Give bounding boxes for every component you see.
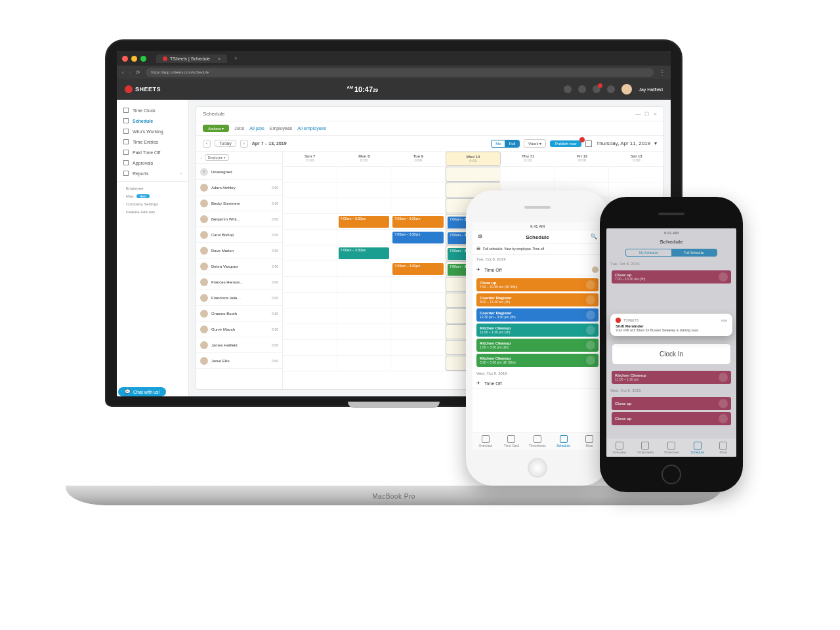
shift-block[interactable]: 7:00am – 3:30pm	[339, 247, 390, 259]
schedule-cell[interactable]	[283, 261, 337, 276]
schedule-cell[interactable]	[283, 245, 337, 261]
employee-row[interactable]: Dave Marion0:00	[196, 243, 282, 259]
filter-all-jobs[interactable]: All jobs	[249, 126, 264, 131]
schedule-cell[interactable]	[391, 308, 446, 324]
employee-row[interactable]: Frances Hemsw…0:00	[196, 274, 282, 290]
schedule-cell[interactable]	[446, 167, 501, 182]
url-bar[interactable]: https://app.tsheets.com/schedule	[146, 68, 654, 77]
chat-widget[interactable]: 💬 Chat with us!	[118, 387, 166, 396]
seg-me[interactable]: Me	[492, 140, 505, 147]
employee-row[interactable]: Francisca Vela…0:00	[196, 290, 282, 306]
tab-schedule[interactable]: Schedule	[551, 432, 577, 450]
sidebar-item-time-entries[interactable]: Time Entries	[117, 136, 188, 147]
schedule-cell[interactable]: 7:00am – 3:30pm	[391, 261, 446, 276]
schedule-cell[interactable]	[283, 214, 337, 229]
filter-bar[interactable]: ☰ Full schedule. View by employee. Time …	[472, 243, 602, 255]
app-logo[interactable]: SHEETS	[125, 85, 161, 93]
filter-all-employees[interactable]: All employees	[297, 126, 326, 131]
employee-row[interactable]: Adam Atchley0:00	[196, 180, 282, 196]
employee-row[interactable]: Gurvir Mauch0:00	[196, 322, 282, 337]
shift-card[interactable]: Close up	[612, 397, 731, 410]
apps-icon[interactable]	[607, 85, 615, 93]
schedule-cell[interactable]	[609, 182, 663, 198]
forward-icon[interactable]: ›	[129, 70, 131, 75]
schedule-cell[interactable]	[283, 308, 337, 324]
shift-block[interactable]: 7:00am – 3:30pm	[339, 216, 390, 228]
traffic-light-min[interactable]	[131, 56, 137, 62]
schedule-cell[interactable]	[337, 356, 392, 371]
shift-block[interactable]: 7:00am – 3:30pm	[392, 232, 444, 243]
user-avatar[interactable]	[621, 84, 632, 94]
sidebar-item-approvals[interactable]: Approvals	[117, 158, 188, 168]
panel-minimize-icon[interactable]: —	[635, 111, 640, 117]
schedule-cell[interactable]	[337, 340, 392, 355]
home-button[interactable]	[528, 458, 547, 478]
employee-row[interactable]: James Hatfield0:00	[196, 337, 282, 353]
schedule-cell[interactable]	[283, 293, 337, 308]
panel-maximize-icon[interactable]: ▢	[644, 111, 650, 117]
reload-icon[interactable]: ⟳	[136, 70, 140, 75]
browser-menu-icon[interactable]: ⋮	[659, 69, 665, 76]
tab-timesheets[interactable]: Timesheets	[524, 432, 551, 450]
timeoff-row-2[interactable]: ✈ Time Off	[472, 378, 602, 389]
granularity-select[interactable]: Week ▾	[524, 139, 546, 148]
schedule-cell[interactable]	[283, 356, 337, 371]
schedule-cell[interactable]	[391, 324, 446, 339]
shift-card[interactable]: Counter Register8:00 – 11:30 am (3h)	[476, 293, 598, 306]
tab-more[interactable]: More	[710, 439, 736, 457]
tab-timesheets[interactable]: Timesheets	[633, 439, 659, 457]
schedule-cell[interactable]	[609, 167, 663, 182]
schedule-cell[interactable]	[283, 182, 337, 198]
schedule-cell[interactable]: 7:00am – 3:30pm	[337, 214, 392, 229]
schedule-cell[interactable]	[337, 293, 392, 308]
schedule-cell[interactable]	[501, 167, 555, 182]
seg-my-schedule[interactable]: My Schedule	[626, 249, 671, 256]
tab-close-icon[interactable]: ×	[218, 56, 220, 61]
schedule-cell[interactable]	[337, 277, 392, 292]
notifications-icon[interactable]	[593, 85, 600, 93]
schedule-cell[interactable]	[283, 167, 337, 182]
traffic-light-close[interactable]	[122, 56, 128, 62]
unassigned-row[interactable]: ? Unassigned	[196, 164, 282, 180]
schedule-cell[interactable]	[283, 340, 337, 355]
shift-block[interactable]: 7:00am – 3:30pm	[392, 216, 444, 228]
employee-row[interactable]: Debra Vasquez0:00	[196, 259, 282, 274]
schedule-cell[interactable]	[391, 167, 446, 182]
seg-full[interactable]: Full	[505, 140, 519, 147]
schedule-cell[interactable]	[337, 167, 392, 182]
push-notification[interactable]: TSHEETSnow Shift Reminder Your shift at …	[610, 314, 732, 336]
browser-tab[interactable]: TSheets | Schedule ×	[156, 54, 227, 63]
schedule-cell[interactable]	[283, 277, 337, 292]
schedule-cell[interactable]: 7:00am – 3:30pm	[337, 245, 392, 261]
schedule-cell[interactable]	[337, 308, 392, 324]
schedule-cell[interactable]	[391, 356, 446, 371]
schedule-scope-toggle[interactable]: My Schedule Full Schedule	[625, 249, 717, 257]
today-button[interactable]: Today	[215, 140, 236, 147]
actions-button[interactable]: Actions ▾	[203, 125, 229, 132]
shift-card[interactable]: Close up7:00 – 10:30 am (3h)	[612, 270, 731, 284]
schedule-cell[interactable]	[283, 230, 337, 245]
tab-overview[interactable]: Overview	[472, 432, 499, 450]
employee-row[interactable]: Carol Bishop0:00	[196, 227, 282, 243]
view-scope-toggle[interactable]: Me Full	[491, 140, 520, 148]
schedule-cell[interactable]	[391, 182, 446, 198]
shift-card[interactable]: Close up	[612, 412, 731, 425]
employee-row[interactable]: Jared Ellis0:00	[196, 353, 282, 369]
settings-icon[interactable]: ⚙	[478, 234, 484, 240]
schedule-cell[interactable]	[337, 324, 392, 339]
schedule-cell[interactable]	[391, 340, 446, 355]
schedule-cell[interactable]	[337, 261, 392, 276]
shift-card[interactable]: Kitchen Cleanup1:00 – 3:30 pm (2h)	[476, 339, 598, 352]
shift-card[interactable]: Counter Register12:30 pm – 3:30 pm (3h)	[476, 308, 598, 322]
panel-close-icon[interactable]: ×	[654, 111, 657, 117]
schedule-cell[interactable]	[337, 230, 392, 245]
shift-card[interactable]: Kitchen Cleanup11:00 – 1:30 pm	[612, 371, 731, 384]
help-icon[interactable]	[578, 85, 586, 93]
home-button[interactable]	[662, 465, 681, 484]
shift-card[interactable]: Kitchen Cleanup3:30 – 5:30 pm (2h 30m)	[476, 354, 598, 367]
date-picker[interactable]: Thursday, Apr 11, 2019 ▾	[585, 140, 657, 147]
next-range-button[interactable]: ›	[240, 140, 248, 148]
schedule-cell[interactable]	[337, 198, 392, 213]
tab-overview[interactable]: Overview	[606, 439, 633, 457]
sidebar-item-whos-working[interactable]: Who's Working	[117, 126, 188, 136]
